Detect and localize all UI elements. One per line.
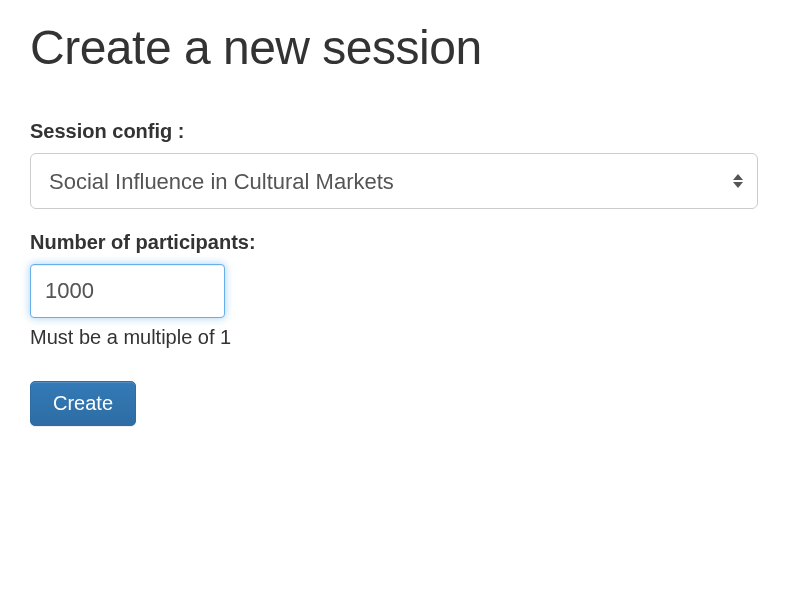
- participants-label: Number of participants:: [30, 231, 758, 254]
- page-title: Create a new session: [30, 20, 758, 75]
- session-config-select-wrapper: Social Influence in Cultural Markets: [30, 153, 758, 209]
- participants-input[interactable]: [30, 264, 225, 318]
- session-config-label: Session config :: [30, 120, 758, 143]
- participants-help-text: Must be a multiple of 1: [30, 326, 758, 349]
- session-config-group: Session config : Social Influence in Cul…: [30, 120, 758, 209]
- participants-group: Number of participants: Must be a multip…: [30, 231, 758, 349]
- create-button[interactable]: Create: [30, 381, 136, 426]
- session-config-select[interactable]: Social Influence in Cultural Markets: [30, 153, 758, 209]
